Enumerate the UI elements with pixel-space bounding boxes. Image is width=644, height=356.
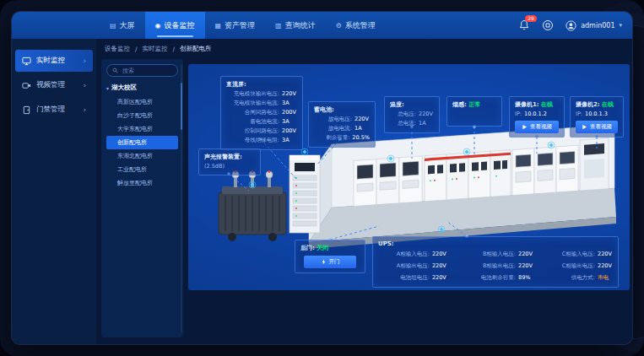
ip-value: 10.0.1.2	[524, 111, 547, 117]
ip-label: IP:	[576, 111, 582, 117]
avatar-icon	[566, 20, 576, 31]
metric-label: 充电模块输出电压:	[226, 90, 279, 98]
tree-root-node[interactable]: ▾ 湖大校区	[106, 84, 178, 92]
gear-icon: ⚙	[336, 22, 342, 30]
ip-label: IP:	[515, 111, 522, 117]
device-frame: ▤ 大屏 ◉ 设备监控 ▦ 资产管理 ▥ 查询统计 ⚙ 系统管理	[0, 0, 644, 356]
panel-temperature: 温度: 总电压:220V 总电流:1A	[384, 96, 440, 133]
metric-value: 3A	[282, 118, 297, 125]
station-3d-view: 直流屏: 充电模块输出电压:220V 充电模块输出电流:3A 合闸回路电压:20…	[188, 64, 630, 290]
view-video-button[interactable]: 查看视频	[576, 121, 618, 133]
breadcrumb-item[interactable]: 设备监控	[105, 45, 130, 53]
chevron-right-icon: ›	[83, 105, 86, 114]
panel-title: 直流屏:	[226, 80, 297, 89]
nav-item-device-monitoring[interactable]: ◉ 设备监控	[145, 12, 205, 39]
metric-value: 220V	[282, 90, 297, 97]
panel-title: 摄像机2:	[576, 101, 600, 108]
metric-value: 220V	[598, 262, 613, 269]
metric-label: A相输入电压:	[378, 251, 430, 258]
realtime-monitor-icon	[22, 57, 31, 66]
play-icon	[522, 124, 528, 130]
sidebar-item-label: 门禁管理	[36, 105, 65, 115]
tree-item-station-6[interactable]: 工业配电所	[106, 163, 178, 176]
metric-value: 220V	[518, 262, 533, 269]
video-camera-icon	[22, 81, 31, 90]
breadcrumb-current: 创新配电所	[180, 45, 212, 53]
sidebar-item-access-control[interactable]: 门禁管理 ›	[15, 99, 93, 121]
metric-label: B相输出电压:	[457, 262, 516, 270]
chevron-right-icon: ›	[83, 57, 86, 65]
nav-item-bigscreen[interactable]: ▤ 大屏	[100, 12, 145, 39]
panel-title-row: 摄像机2: 在线	[576, 100, 618, 109]
metric-label: 电池组电压:	[378, 274, 430, 282]
notification-badge: 29	[525, 15, 537, 22]
content-area: 设备监控 / 实时监控 / 创新配电所	[96, 39, 632, 344]
sidebar-item-label: 实时监控	[36, 56, 65, 66]
tree-item-station-4-selected[interactable]: 创新配电所	[106, 136, 178, 149]
panel-title: UPS:	[378, 240, 613, 247]
panel-smoke-detector: 烟感: 正常	[446, 96, 502, 127]
view-video-button[interactable]: 查看视频	[515, 121, 559, 133]
metric-value: 20.5%	[352, 134, 370, 141]
panel-title-row: 后门: 关闭	[300, 244, 360, 252]
tree-item-station-1[interactable]: 高新区配电所	[106, 95, 178, 109]
screen-icon: ▤	[110, 22, 116, 30]
user-menu[interactable]: admin001 ▾	[566, 20, 622, 31]
panel-title: 声光报警装置:	[204, 153, 255, 161]
metric-value: 220V	[432, 251, 447, 257]
fullscreen-button[interactable]	[542, 19, 554, 31]
nav-label: 资产管理	[225, 20, 255, 31]
status-badge: 在线	[602, 101, 614, 108]
lightning-icon	[321, 259, 327, 265]
metric-value: 3A	[282, 100, 297, 106]
nav-item-system-management[interactable]: ⚙ 系统管理	[326, 12, 386, 39]
panel-title: 温度:	[390, 100, 434, 109]
metric-label: 剩余容量:	[314, 134, 349, 142]
nav-label: 查询统计	[285, 20, 316, 31]
metric-value: 220V	[518, 251, 533, 257]
metric-label: 充电模块输出电流:	[226, 100, 279, 107]
search-input[interactable]	[121, 67, 172, 74]
app-body: 实时监控 › 视频管理 › 门禁管理 ›	[12, 39, 632, 344]
metric-label: C相输出电压:	[544, 262, 595, 270]
metric-value: 200V	[282, 109, 297, 116]
metric-label: 母线绝缘电阻:	[226, 137, 279, 144]
nav-item-query-stats[interactable]: ▥ 查询统计	[265, 12, 326, 39]
asset-icon: ▦	[215, 22, 222, 30]
breadcrumb: 设备监控 / 实时监控 / 创新配电所	[101, 39, 625, 59]
metric-label: A相输出电压:	[378, 262, 430, 270]
tree-scrollbar[interactable]	[181, 83, 182, 130]
metric-value: 200V	[282, 127, 297, 134]
metric-value: (2.5dB)	[204, 163, 225, 170]
station-tree-panel: ▾ 湖大校区 高新区配电所 白沙子配电所 大学东配电所 创新配电所 东湖北配电所…	[101, 59, 183, 337]
door-icon	[22, 105, 31, 115]
metric-value: 220V	[432, 274, 447, 281]
fullscreen-icon	[542, 19, 554, 31]
tree-item-station-7[interactable]: 解放里配电所	[106, 176, 178, 190]
nav-label: 大屏	[120, 20, 135, 31]
tree-item-station-3[interactable]: 大学东配电所	[106, 122, 178, 136]
metric-label: 总电压:	[390, 111, 416, 118]
notification-bell-button[interactable]: 29	[518, 19, 530, 31]
status-badge: 关闭	[317, 245, 328, 251]
metric-value: 220V	[354, 116, 370, 122]
status-badge: 在线	[541, 101, 553, 108]
metric-label: 总电流:	[390, 120, 416, 127]
open-door-button[interactable]: 开门	[304, 256, 356, 268]
button-label: 开门	[329, 258, 340, 266]
sidebar-item-video-management[interactable]: 视频管理 ›	[15, 74, 93, 96]
button-label: 查看视频	[590, 123, 612, 131]
metric-value: 1A	[354, 125, 370, 132]
breadcrumb-item[interactable]: 实时监控	[143, 45, 168, 53]
metric-label: 电池剩余容量:	[457, 274, 516, 282]
sidebar-item-realtime-monitoring[interactable]: 实时监控 ›	[15, 50, 93, 72]
tree-item-station-2[interactable]: 白沙子配电所	[106, 109, 178, 122]
panel-ups: UPS: A相输入电压:220V B相输入电压:220V C相输入电压:220V…	[372, 236, 619, 288]
tree-item-station-5[interactable]: 东湖北配电所	[106, 149, 178, 163]
metric-value: 220V	[598, 251, 613, 257]
tree-collapse-icon: ▾	[106, 85, 109, 91]
panel-title: 后门:	[300, 245, 315, 251]
nav-item-asset-management[interactable]: ▦ 资产管理	[205, 12, 266, 39]
metric-value: 市电	[598, 274, 613, 282]
panel-title-row: 烟感: 正常	[452, 100, 496, 109]
